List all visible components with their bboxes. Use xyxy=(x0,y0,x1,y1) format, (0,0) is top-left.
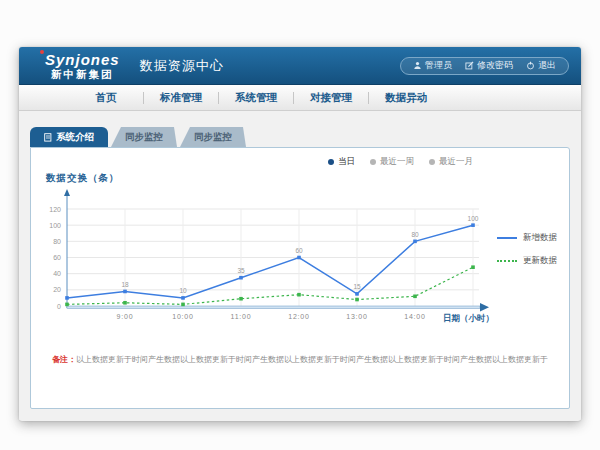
data-point-label: 100 xyxy=(468,215,479,222)
footnote-text: 以上数据更新于时间产生数据以上数据更新于时间产生数据以上数据更新于时间产生数据以… xyxy=(76,355,548,364)
x-tick-label: 10:00 xyxy=(172,313,194,320)
nav-item-interface-mgmt[interactable]: 对接管理 xyxy=(294,91,368,105)
filter-last-month[interactable]: 最近一月 xyxy=(429,156,473,168)
radio-dot-icon xyxy=(328,159,334,165)
tab-sync-monitor-1[interactable]: 同步监控 xyxy=(111,127,177,147)
filter-label: 当日 xyxy=(338,156,355,168)
chart-panel: 当日 最近一周 最近一月 数据交换（条） 0204060801001209:00… xyxy=(30,147,570,409)
y-tick-label: 80 xyxy=(53,238,61,245)
y-tick-label: 120 xyxy=(49,206,61,213)
logo-accent-dot xyxy=(40,50,44,54)
user-menu: 管理员 修改密码 退出 xyxy=(400,57,569,75)
y-axis-title: 数据交换（条） xyxy=(46,172,120,185)
x-tick-label: 9:00 xyxy=(117,313,134,320)
filter-today[interactable]: 当日 xyxy=(328,156,355,168)
logout-button[interactable]: 退出 xyxy=(526,59,556,72)
data-point xyxy=(355,298,359,302)
x-tick-label: 14:00 xyxy=(404,313,426,320)
data-point xyxy=(413,295,417,299)
change-password-label: 修改密码 xyxy=(477,59,513,72)
data-point xyxy=(123,301,127,305)
tab-sync-monitor-2[interactable]: 同步监控 xyxy=(180,127,246,147)
legend-update-data: 更新数据 xyxy=(497,255,557,267)
data-point xyxy=(297,293,301,297)
data-point-label: 35 xyxy=(237,267,245,274)
brand-logo: Synjones 新中新集团 xyxy=(45,52,120,80)
nav-item-system-mgmt[interactable]: 系统管理 xyxy=(219,91,293,105)
data-point-label: 80 xyxy=(411,231,419,238)
x-axis-arrow-icon xyxy=(480,303,489,311)
y-tick-label: 60 xyxy=(53,254,61,261)
data-point xyxy=(413,240,417,244)
data-point xyxy=(65,303,69,307)
page-title: 数据资源中心 xyxy=(140,57,224,75)
data-point-label: 15 xyxy=(353,283,361,290)
nav-item-home[interactable]: 首页 xyxy=(69,91,143,105)
x-axis-title: 日期（小时） xyxy=(443,313,494,323)
x-axis xyxy=(67,306,480,308)
nav-item-data-change[interactable]: 数据异动 xyxy=(369,91,443,105)
filter-last-week[interactable]: 最近一周 xyxy=(370,156,414,168)
legend-line-dotted-icon xyxy=(497,260,517,262)
legend-new-data: 新增数据 xyxy=(497,232,557,244)
chart-legend: 新增数据 更新数据 xyxy=(497,232,557,267)
legend-label: 新增数据 xyxy=(523,232,557,244)
logout-label: 退出 xyxy=(538,59,556,72)
y-tick-label: 0 xyxy=(57,303,61,310)
user-account-button[interactable]: 管理员 xyxy=(413,59,452,72)
tab-label: 系统介绍 xyxy=(56,131,94,144)
user-icon xyxy=(413,61,422,70)
y-tick-label: 40 xyxy=(53,270,61,277)
x-tick-label: 13:00 xyxy=(346,313,368,320)
page-card: Synjones 新中新集团 数据资源中心 管理员 修改密码 退出 xyxy=(19,47,581,421)
data-point xyxy=(471,223,475,227)
edit-icon xyxy=(465,61,474,70)
radio-dot-icon xyxy=(370,159,376,165)
data-point xyxy=(181,296,185,300)
screen: Synjones 新中新集团 数据资源中心 管理员 修改密码 退出 xyxy=(0,0,600,450)
user-label: 管理员 xyxy=(425,59,452,72)
x-tick-label: 11:00 xyxy=(231,313,252,320)
x-tick-label: 12:00 xyxy=(288,313,310,320)
data-point xyxy=(123,290,127,294)
radio-dot-icon xyxy=(429,159,435,165)
power-icon xyxy=(526,61,535,70)
tab-label: 同步监控 xyxy=(125,131,163,144)
logo-company-name: 新中新集团 xyxy=(45,69,120,80)
main-nav: 首页 标准管理 系统管理 对接管理 数据异动 xyxy=(19,85,581,111)
content-area: 系统介绍 同步监控 同步监控 当日 最近一周 xyxy=(19,111,581,420)
legend-line-solid-icon xyxy=(497,237,517,239)
legend-label: 更新数据 xyxy=(523,255,557,267)
app-header: Synjones 新中新集团 数据资源中心 管理员 修改密码 退出 xyxy=(19,47,581,85)
data-point xyxy=(239,276,243,280)
data-point xyxy=(355,292,359,296)
tab-system-intro[interactable]: 系统介绍 xyxy=(30,127,108,147)
footnote: 备注：以上数据更新于时间产生数据以上数据更新于时间产生数据以上数据更新于时间产生… xyxy=(31,354,569,365)
filter-label: 最近一月 xyxy=(439,156,473,168)
data-point-label: 10 xyxy=(179,287,187,294)
line-chart: 0204060801001209:0010:0011:0012:0013:001… xyxy=(31,188,569,336)
data-point xyxy=(239,297,243,301)
data-point xyxy=(471,265,475,269)
tab-bar: 系统介绍 同步监控 同步监控 xyxy=(30,127,570,147)
tab-label: 同步监控 xyxy=(194,131,232,144)
data-point-label: 60 xyxy=(295,247,303,254)
footnote-prefix: 备注： xyxy=(52,355,76,364)
y-axis-arrow-icon xyxy=(64,189,70,196)
document-icon xyxy=(44,133,52,142)
y-tick-label: 20 xyxy=(53,286,61,293)
logo-wordmark: Synjones xyxy=(45,52,120,67)
data-point xyxy=(65,296,69,300)
data-point xyxy=(297,256,301,260)
change-password-button[interactable]: 修改密码 xyxy=(465,59,513,72)
data-point-label: 18 xyxy=(121,281,129,288)
filter-label: 最近一周 xyxy=(380,156,414,168)
data-point xyxy=(181,303,185,307)
nav-item-standard-mgmt[interactable]: 标准管理 xyxy=(144,91,218,105)
y-tick-label: 100 xyxy=(49,222,61,229)
range-filter-group: 当日 最近一周 最近一月 xyxy=(328,156,473,168)
